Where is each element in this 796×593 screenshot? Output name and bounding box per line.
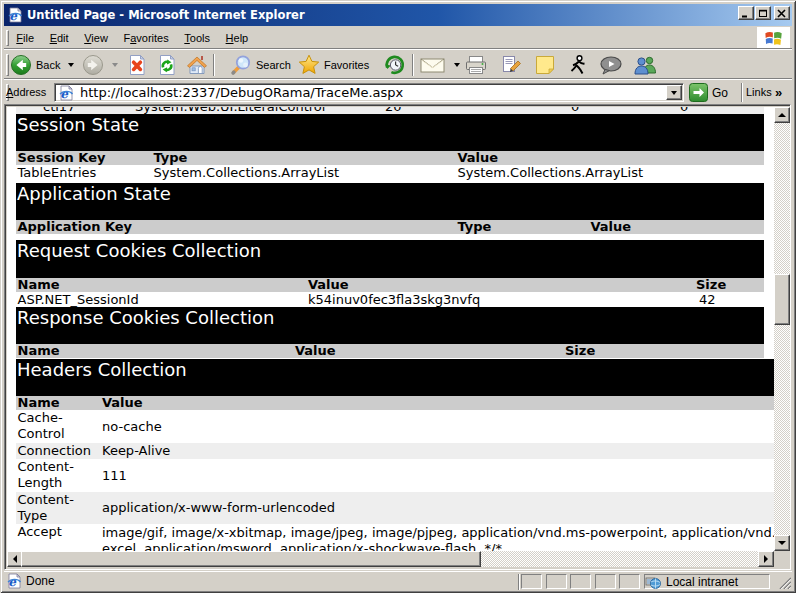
- column-header: Value: [102, 396, 143, 410]
- note-button[interactable]: [534, 52, 556, 78]
- favorites-label: Favorites: [324, 59, 369, 71]
- history-icon: [384, 54, 406, 76]
- scroll-left-icon: [13, 555, 17, 563]
- maximize-icon: [758, 9, 768, 18]
- statusbar-pane: [521, 574, 542, 589]
- address-dropdown-button[interactable]: [666, 85, 682, 100]
- menu-item-edit[interactable]: Edit: [42, 30, 77, 46]
- table-cell: TableEntries: [18, 165, 97, 180]
- discuss-icon: [599, 54, 623, 76]
- column-header: Size: [565, 344, 595, 358]
- scroll-right-button[interactable]: [758, 551, 774, 567]
- links-label[interactable]: Links: [746, 86, 772, 98]
- statusbar-pane: [570, 574, 591, 589]
- horizontal-scrollbar[interactable]: [7, 551, 774, 567]
- page-viewport: ctl17System.Web.UI.LiteralControl2000Ses…: [7, 107, 774, 551]
- home-button[interactable]: [186, 52, 208, 78]
- resize-grip[interactable]: [778, 576, 791, 589]
- scroll-up-button[interactable]: [774, 107, 790, 123]
- header-row-content-type: Content-Typeapplication/x-www-form-urlen…: [16, 492, 774, 524]
- close-icon: [777, 9, 787, 18]
- trace-section-application-state: Application StateApplication KeyTypeValu…: [16, 183, 764, 235]
- discuss-button[interactable]: [599, 52, 623, 78]
- search-button[interactable]: Search: [230, 52, 291, 78]
- minimize-button[interactable]: [738, 6, 754, 20]
- menu-item-view[interactable]: View: [76, 30, 115, 46]
- menu-item-tools[interactable]: Tools: [177, 30, 218, 46]
- maximize-button[interactable]: [755, 6, 771, 20]
- go-icon: [689, 83, 708, 102]
- column-header: Type: [458, 220, 492, 234]
- note-icon: [534, 54, 556, 76]
- stop-button[interactable]: [126, 52, 148, 78]
- header-name: Accept: [18, 524, 101, 540]
- go-button[interactable]: Go: [689, 83, 728, 102]
- scroll-down-icon: [778, 541, 786, 545]
- print-button[interactable]: [464, 52, 488, 78]
- refresh-button[interactable]: [156, 52, 178, 78]
- column-header-row: Application KeyTypeValue: [16, 220, 764, 234]
- column-header: Value: [591, 220, 632, 234]
- section-title: Response Cookies Collection: [16, 307, 764, 345]
- page-content-area: ctl17System.Web.UI.LiteralControl2000Ses…: [4, 104, 791, 570]
- browser-window: Untitled Page - Microsoft Internet Explo…: [0, 0, 796, 593]
- table-row: TableEntriesSystem.Collections.ArrayList…: [16, 165, 764, 180]
- trace-section-headers-collection: Headers CollectionNameValueCache-Control…: [16, 359, 774, 552]
- toolbar-separator: [213, 54, 215, 76]
- vertical-scrollbar[interactable]: [774, 107, 790, 551]
- back-icon: [10, 54, 32, 76]
- back-label: Back: [36, 59, 60, 71]
- column-header: Application Key: [18, 220, 133, 234]
- messenger-button[interactable]: [633, 52, 659, 78]
- vertical-scrollbar-thumb[interactable]: [774, 274, 790, 325]
- menu-item-help[interactable]: Help: [218, 30, 256, 46]
- header-name: Cache-Control: [18, 410, 101, 442]
- address-input[interactable]: http://localhost:2337/DebugORama/TraceMe…: [54, 83, 684, 102]
- aim-button[interactable]: [567, 52, 589, 78]
- forward-dropdown-arrow[interactable]: [112, 63, 118, 67]
- windows-logo-box: [757, 27, 790, 48]
- edit-button[interactable]: [500, 52, 522, 78]
- mail-button[interactable]: [420, 52, 460, 78]
- header-row-accept: Acceptimage/gif, image/x-xbitmap, image/…: [16, 524, 774, 551]
- back-dropdown-arrow[interactable]: [68, 63, 74, 67]
- aim-icon: [567, 54, 589, 76]
- status-ie-icon: [6, 573, 22, 589]
- header-row-connection: ConnectionKeep-Alive: [16, 443, 774, 459]
- mail-dropdown-arrow[interactable]: [454, 63, 460, 67]
- column-header: Value: [295, 344, 336, 358]
- print-icon: [464, 54, 488, 76]
- scroll-down-button[interactable]: [774, 535, 790, 551]
- scroll-right-icon: [764, 555, 768, 563]
- intranet-zone-icon: [645, 574, 661, 590]
- toolbar-separator: [412, 54, 414, 76]
- scroll-up-icon: [778, 113, 786, 117]
- links-chevron-icon[interactable]: »: [775, 85, 781, 100]
- history-button[interactable]: [384, 52, 406, 78]
- menu-item-file[interactable]: File: [9, 30, 42, 46]
- title-bar[interactable]: Untitled Page - Microsoft Internet Explo…: [4, 4, 792, 26]
- header-value: image/gif, image/x-xbitmap, image/jpeg, …: [102, 525, 774, 551]
- header-value: 111: [102, 468, 127, 484]
- dropdown-arrow-icon: [671, 91, 677, 95]
- forward-button[interactable]: [82, 52, 118, 78]
- trace-page: ctl17System.Web.UI.LiteralControl2000Ses…: [7, 107, 774, 551]
- header-name: Content-Length: [18, 459, 101, 491]
- windows-flag-icon: [763, 27, 784, 48]
- back-button[interactable]: Back: [10, 52, 74, 78]
- menu-bar: FileEditViewFavoritesToolsHelp: [4, 27, 792, 49]
- menu-item-favorites[interactable]: Favorites: [116, 30, 177, 46]
- forward-icon: [82, 54, 104, 76]
- column-header: Value: [308, 278, 349, 292]
- table-cell: 42: [699, 292, 716, 307]
- table-row: ASP.NET_SessionIdk54inuv0fec3fla3skg3nvf…: [16, 292, 764, 307]
- close-button[interactable]: [774, 6, 790, 20]
- mail-icon: [420, 54, 446, 76]
- stop-icon: [126, 54, 148, 76]
- search-icon: [230, 54, 252, 76]
- horizontal-scrollbar-thumb[interactable]: [21, 551, 481, 567]
- url-text: http://localhost:2337/DebugORama/TraceMe…: [80, 85, 403, 100]
- statusbar-pane: [546, 574, 567, 589]
- favorites-button[interactable]: Favorites: [298, 52, 369, 78]
- column-header: Name: [18, 278, 60, 292]
